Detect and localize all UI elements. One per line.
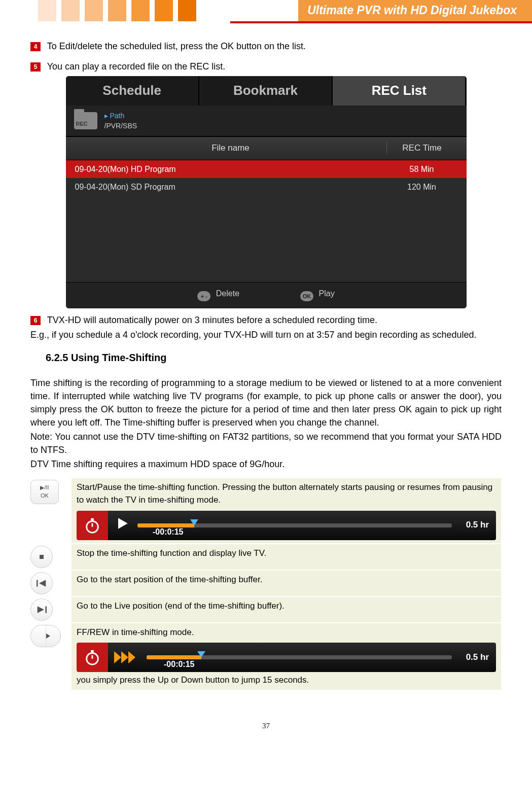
play-pause-ok-button-icon: ▶/II OK [30, 480, 59, 504]
svg-marker-6 [38, 606, 44, 613]
ffrew-tail: you simply press the Up or Down button t… [77, 674, 496, 687]
page-header: Ultimate PVR with HD Digital Jukebox [0, 0, 532, 24]
svg-rect-2 [91, 518, 94, 520]
svg-marker-5 [39, 580, 46, 586]
stop-button-icon [30, 546, 53, 568]
prev-desc: Go to the start position of the time-shi… [71, 570, 502, 596]
rec-table-header: File name REC Time [66, 136, 467, 160]
skip-prev-button-icon [30, 572, 53, 594]
section-heading: 6.2.5 Using Time-Shifting [46, 350, 502, 365]
play-icon [114, 515, 130, 536]
timeshift-controls-table: ▶/II OK Start/Pause the time-shifting fu… [30, 478, 502, 690]
tab-reclist[interactable]: REC List [333, 76, 466, 105]
playpause-desc: Start/Pause the time-shifting function. … [77, 482, 492, 505]
timeshift-timeline-ff: -00:0:15 0.5 hr [77, 643, 496, 672]
delete-label: Delete [216, 289, 239, 298]
rec-folder-icon: REC [74, 112, 97, 129]
step-6-example: E.g., if you schedule a 4 o'clock record… [30, 328, 502, 341]
header-title: Ultimate PVR with HD Digital Jukebox [298, 0, 532, 21]
step-5: 5 You can play a recorded file on the RE… [30, 60, 502, 73]
page-number: 37 [30, 721, 502, 732]
skip-next-button-icon [30, 598, 53, 621]
left-right-button-icon [30, 625, 61, 647]
ok-icon: OK [300, 291, 313, 301]
right-arrow-icon [46, 633, 61, 639]
svg-marker-11 [114, 651, 121, 663]
fast-forward-icon [114, 649, 139, 665]
next-desc: Go to the Live position (end of the time… [71, 596, 502, 623]
step-number-5-icon: 5 [30, 62, 41, 72]
plus-minus-icon: + - [197, 291, 210, 301]
step-4-text: To Edit/delete the scheduled list, press… [47, 41, 306, 51]
svg-marker-12 [121, 651, 128, 663]
step-number-6-icon: 6 [30, 316, 41, 325]
svg-rect-10 [91, 650, 94, 652]
step-6: 6 TVX-HD will automatically power on 3 m… [30, 313, 502, 327]
stop-desc: Stop the time-shifting function and disp… [71, 544, 502, 570]
rec-path: ▸ Path /PVR/SBS [104, 111, 137, 131]
svg-rect-7 [46, 606, 47, 613]
play-label: Play [319, 289, 335, 298]
timeshift-note: Note: You cannot use the DTV time-shifti… [30, 430, 502, 456]
ffrew-desc: FF/REW in time-shifting mode. [77, 627, 194, 637]
tab-bookmark[interactable]: Bookmark [199, 76, 333, 105]
rec-list-screenshot: Schedule Bookmark REC List REC ▸ Path /P… [66, 76, 467, 308]
timeshift-para-3: DTV Time shifting requires a maximum HDD… [30, 457, 502, 471]
step-4: 4 To Edit/delete the scheduled list, pre… [30, 40, 502, 53]
rec-footer: + - Delete OK Play [66, 282, 467, 308]
table-row[interactable]: 09-04-20(Mon) SD Program 120 Min [66, 178, 467, 196]
svg-marker-3 [118, 518, 128, 528]
step-6-text: TVX-HD will automatically power on 3 min… [47, 315, 377, 325]
stopwatch-icon [77, 511, 108, 540]
stopwatch-icon [77, 643, 108, 672]
table-row[interactable]: 09-04-20(Mon) HD Program 58 Min [66, 160, 467, 178]
left-arrow-icon [31, 633, 46, 639]
svg-marker-13 [128, 651, 135, 663]
timeshift-timeline-play: -00:0:15 0.5 hr [77, 511, 496, 540]
tab-schedule[interactable]: Schedule [66, 76, 199, 105]
step-number-4-icon: 4 [30, 42, 41, 51]
svg-rect-4 [37, 580, 38, 586]
timeshift-para-1: Time shifting is the recording of progra… [30, 376, 502, 429]
step-5-text: You can play a recorded file on the REC … [47, 61, 226, 72]
